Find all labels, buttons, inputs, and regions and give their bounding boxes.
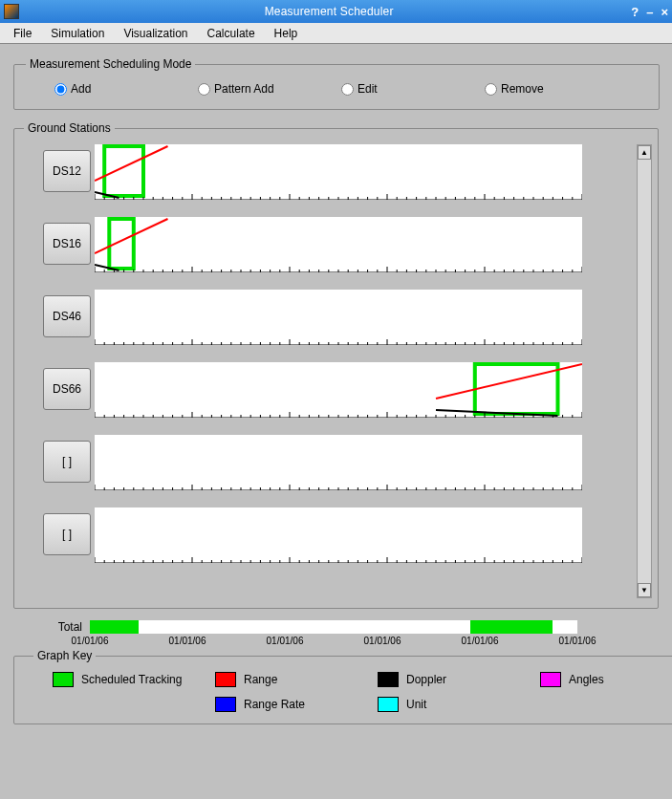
menu-calculate[interactable]: Calculate bbox=[200, 25, 263, 42]
swatch-range-icon bbox=[215, 672, 236, 687]
station-plot[interactable] bbox=[95, 144, 582, 200]
svg-rect-0 bbox=[104, 146, 143, 196]
station-row: DS46 bbox=[24, 290, 629, 345]
content-area: Measurement Scheduling Mode Add Pattern … bbox=[0, 44, 672, 799]
scroll-down-icon[interactable]: ▼ bbox=[638, 583, 651, 597]
station-button[interactable]: [ ] bbox=[43, 513, 91, 555]
station-plot[interactable] bbox=[95, 217, 582, 272]
station-plot[interactable] bbox=[95, 290, 582, 345]
total-label: Total bbox=[42, 620, 82, 634]
mode-add[interactable]: Add bbox=[54, 82, 198, 96]
key-doppler: Doppler bbox=[378, 672, 511, 687]
window-title: Measurement Scheduler bbox=[27, 5, 631, 18]
key-unit: Unit bbox=[378, 697, 511, 712]
station-button[interactable]: DS16 bbox=[43, 223, 91, 265]
mode-pattern-add-label: Pattern Add bbox=[214, 82, 274, 96]
app-icon bbox=[4, 4, 19, 19]
station-plot[interactable] bbox=[95, 435, 582, 490]
menu-visualization[interactable]: Visualization bbox=[116, 25, 195, 42]
mode-row: Add Pattern Add Edit Remove bbox=[26, 78, 647, 99]
station-button[interactable]: DS66 bbox=[43, 368, 91, 410]
ground-stations-legend: Ground Stations bbox=[24, 121, 115, 135]
axis-tick-label: 01/01/06 bbox=[364, 636, 401, 646]
key-unit-label: Unit bbox=[406, 698, 426, 711]
mode-remove-radio[interactable] bbox=[485, 83, 497, 96]
station-button[interactable]: [ ] bbox=[43, 441, 91, 483]
station-row: DS12 bbox=[24, 144, 629, 200]
mode-legend: Measurement Scheduling Mode bbox=[26, 57, 195, 71]
titlebar: Measurement Scheduler ? – × bbox=[0, 0, 672, 23]
key-rows: Scheduled Tracking Range Doppler Angles … bbox=[33, 672, 672, 712]
total-bar bbox=[90, 620, 577, 634]
mode-edit-radio[interactable] bbox=[341, 83, 354, 96]
swatch-range-rate-icon bbox=[215, 697, 236, 712]
minimize-button[interactable]: – bbox=[646, 5, 653, 19]
mode-edit-label: Edit bbox=[358, 82, 378, 96]
station-row: DS16 bbox=[24, 217, 629, 272]
key-range-label: Range bbox=[244, 673, 277, 686]
scrollbar[interactable]: ▲ ▼ bbox=[637, 144, 652, 598]
mode-edit[interactable]: Edit bbox=[341, 82, 485, 96]
mode-add-label: Add bbox=[71, 82, 91, 96]
key-scheduled: Scheduled Tracking bbox=[53, 672, 186, 687]
help-button[interactable]: ? bbox=[631, 5, 639, 19]
station-button[interactable]: DS12 bbox=[43, 150, 91, 192]
axis-tick-label: 01/01/06 bbox=[72, 636, 109, 646]
key-range-rate-label: Range Rate bbox=[244, 698, 305, 711]
svg-rect-162 bbox=[475, 364, 558, 414]
total-segment bbox=[90, 620, 139, 634]
axis-tick-label: 01/01/06 bbox=[267, 636, 304, 646]
station-row: [ ] bbox=[24, 507, 629, 563]
menu-simulation[interactable]: Simulation bbox=[43, 25, 112, 42]
axis-tick-label: 01/01/06 bbox=[169, 636, 206, 646]
close-button[interactable]: × bbox=[661, 5, 668, 19]
mode-remove-label: Remove bbox=[501, 82, 544, 96]
menu-file[interactable]: File bbox=[6, 25, 39, 42]
total-segment bbox=[470, 620, 553, 634]
axis-tick-label: 01/01/06 bbox=[462, 636, 499, 646]
menubar: File Simulation Visualization Calculate … bbox=[0, 23, 672, 44]
total-row: Total bbox=[13, 620, 659, 634]
key-doppler-label: Doppler bbox=[406, 673, 446, 686]
station-button[interactable]: DS46 bbox=[43, 295, 91, 337]
mode-pattern-add[interactable]: Pattern Add bbox=[198, 82, 341, 96]
swatch-angles-icon bbox=[540, 672, 561, 687]
swatch-doppler-icon bbox=[378, 672, 399, 687]
scroll-up-icon[interactable]: ▲ bbox=[638, 145, 651, 160]
svg-line-163 bbox=[436, 364, 582, 399]
swatch-unit-icon bbox=[378, 697, 399, 712]
graph-key-legend: Graph Key bbox=[33, 649, 96, 662]
station-list: DS12 DS16 DS46 DS66 [ ] [ ] bbox=[24, 144, 629, 563]
key-scheduled-label: Scheduled Tracking bbox=[81, 673, 182, 686]
key-range: Range bbox=[215, 672, 349, 687]
menu-help[interactable]: Help bbox=[267, 25, 306, 42]
graph-key-fieldset: Graph Key Scheduled Tracking Range Doppl… bbox=[13, 649, 672, 724]
window-buttons: ? – × bbox=[631, 5, 668, 19]
axis-labels: 01/01/0601/01/0601/01/0601/01/0601/01/06… bbox=[90, 636, 577, 649]
mode-add-radio[interactable] bbox=[54, 83, 67, 96]
key-angles: Angles bbox=[540, 672, 672, 687]
swatch-scheduled-icon bbox=[53, 672, 74, 687]
key-range-rate: Range Rate bbox=[215, 697, 349, 712]
key-angles-label: Angles bbox=[569, 673, 604, 686]
svg-line-56 bbox=[95, 219, 168, 253]
station-plot[interactable] bbox=[95, 362, 582, 418]
station-row: [ ] bbox=[24, 435, 629, 490]
mode-pattern-add-radio[interactable] bbox=[198, 83, 210, 96]
mode-remove[interactable]: Remove bbox=[485, 82, 628, 96]
ground-stations-fieldset: Ground Stations ▲ ▼ DS12 DS16 DS46 DS66 … bbox=[13, 121, 659, 609]
axis-tick-label: 01/01/06 bbox=[559, 636, 596, 646]
mode-fieldset: Measurement Scheduling Mode Add Pattern … bbox=[13, 57, 660, 110]
station-plot[interactable] bbox=[95, 507, 582, 563]
station-row: DS66 bbox=[24, 362, 629, 418]
